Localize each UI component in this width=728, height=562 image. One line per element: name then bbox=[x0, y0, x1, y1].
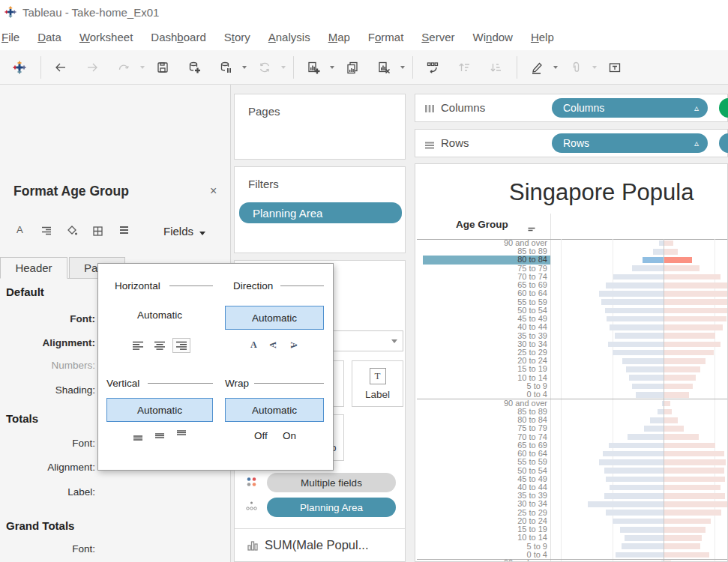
age-group-label[interactable]: 15 to 19 bbox=[415, 365, 547, 373]
font-icon[interactable]: A bbox=[16, 224, 23, 235]
dropdown-caret-icon[interactable] bbox=[592, 66, 597, 69]
female-bar[interactable] bbox=[664, 316, 727, 322]
male-bar[interactable] bbox=[613, 519, 664, 525]
color-legend-icon[interactable] bbox=[245, 476, 258, 492]
female-bar[interactable] bbox=[664, 384, 693, 390]
female-bar[interactable] bbox=[664, 366, 700, 372]
female-bar[interactable] bbox=[664, 510, 721, 516]
male-bar[interactable] bbox=[608, 342, 664, 348]
align-right-icon-selected[interactable] bbox=[172, 338, 190, 353]
male-bar[interactable] bbox=[606, 510, 664, 516]
label-button[interactable]: T Label bbox=[352, 360, 403, 407]
female-bar[interactable] bbox=[664, 443, 715, 449]
menu-window[interactable]: Window bbox=[464, 31, 522, 43]
direction-up-icon[interactable]: A bbox=[250, 339, 257, 351]
female-bar[interactable] bbox=[664, 434, 699, 440]
dropdown-caret-icon[interactable] bbox=[140, 66, 145, 69]
save-icon[interactable] bbox=[151, 54, 175, 81]
female-bar[interactable] bbox=[664, 265, 700, 271]
align-left-icon[interactable] bbox=[129, 338, 147, 353]
wrap-on-option[interactable]: On bbox=[283, 430, 296, 441]
female-bar[interactable] bbox=[664, 375, 696, 381]
female-bar[interactable] bbox=[664, 257, 692, 263]
align-center-icon[interactable] bbox=[151, 338, 169, 353]
menu-file[interactable]: File bbox=[0, 31, 28, 43]
female-bar[interactable] bbox=[664, 249, 678, 255]
swap-rows-columns-icon[interactable] bbox=[421, 54, 445, 81]
male-bar[interactable] bbox=[622, 358, 664, 364]
male-bar[interactable] bbox=[603, 451, 664, 457]
female-bar[interactable] bbox=[664, 426, 684, 432]
detail-pill-planning-area[interactable]: Planning Area bbox=[267, 498, 396, 517]
age-group-label[interactable]: 60 to 64 bbox=[415, 289, 547, 297]
age-group-label[interactable]: 30 to 34 bbox=[415, 500, 547, 508]
menu-worksheet[interactable]: Worksheet bbox=[70, 31, 142, 43]
male-bar[interactable] bbox=[610, 324, 664, 330]
menu-dashboard[interactable]: Dashboard bbox=[142, 31, 214, 43]
male-bar[interactable] bbox=[636, 392, 664, 398]
age-group-label[interactable]: 55 to 59 bbox=[415, 458, 547, 466]
male-bar[interactable] bbox=[604, 493, 664, 499]
male-bar[interactable] bbox=[622, 543, 664, 549]
direction-right-icon[interactable]: A bbox=[288, 342, 299, 348]
dropdown-caret-icon[interactable] bbox=[242, 66, 247, 69]
male-bar[interactable] bbox=[659, 241, 664, 247]
valign-top-icon[interactable] bbox=[172, 428, 190, 443]
menu-analysis[interactable]: Analysis bbox=[259, 31, 319, 43]
run-update-icon[interactable] bbox=[253, 54, 277, 81]
columns-pill-cut[interactable] bbox=[719, 98, 728, 118]
female-bar[interactable] bbox=[664, 519, 711, 525]
columns-pill[interactable]: Columns ▵ bbox=[552, 98, 708, 118]
dropdown-caret-icon[interactable] bbox=[553, 66, 558, 69]
menu-data[interactable]: Data bbox=[28, 31, 70, 43]
male-bar[interactable] bbox=[606, 477, 664, 483]
female-bar[interactable] bbox=[664, 299, 728, 305]
alignment-icon[interactable] bbox=[40, 226, 52, 236]
male-bar[interactable] bbox=[615, 333, 664, 339]
age-group-label[interactable]: 10 to 14 bbox=[415, 534, 547, 542]
female-bar[interactable] bbox=[664, 417, 678, 423]
shading-bucket-icon[interactable] bbox=[66, 225, 78, 236]
female-bar[interactable] bbox=[664, 324, 723, 330]
age-group-label[interactable]: 0 to 4 bbox=[415, 551, 547, 559]
measure-pill-sum-male-population[interactable]: SUM(Male Popul... bbox=[265, 538, 368, 552]
age-group-label[interactable]: 90 and over bbox=[415, 559, 547, 562]
menu-format[interactable]: Format bbox=[359, 31, 413, 43]
sort-descending-icon[interactable] bbox=[484, 54, 508, 81]
female-bar[interactable] bbox=[664, 282, 727, 288]
male-bar[interactable] bbox=[643, 257, 664, 263]
female-bar[interactable] bbox=[664, 493, 725, 499]
female-bar[interactable] bbox=[664, 274, 721, 280]
female-bar[interactable] bbox=[664, 477, 725, 483]
female-bar[interactable] bbox=[664, 350, 714, 356]
vertical-automatic-button[interactable]: Automatic bbox=[106, 398, 213, 422]
wrap-automatic-button[interactable]: Automatic bbox=[225, 398, 324, 422]
dropdown-caret-icon[interactable] bbox=[281, 66, 286, 69]
rows-pill-cut[interactable] bbox=[719, 133, 728, 153]
age-group-label[interactable]: 0 to 4 bbox=[415, 390, 547, 399]
female-bar[interactable] bbox=[664, 333, 715, 339]
male-bar[interactable] bbox=[626, 366, 664, 372]
male-bar[interactable] bbox=[599, 459, 664, 465]
female-bar[interactable] bbox=[664, 409, 672, 415]
male-bar[interactable] bbox=[653, 249, 664, 255]
direction-left-icon[interactable]: A bbox=[268, 342, 279, 348]
male-bar[interactable] bbox=[607, 316, 664, 322]
columns-shelf[interactable]: Columns Columns ▵ bbox=[415, 94, 728, 122]
male-bar[interactable] bbox=[658, 409, 664, 415]
detail-icon[interactable] bbox=[245, 501, 258, 515]
female-bar[interactable] bbox=[664, 552, 709, 558]
male-bar[interactable] bbox=[616, 552, 664, 558]
valign-bottom-icon[interactable] bbox=[129, 428, 147, 443]
lines-icon[interactable] bbox=[118, 226, 130, 235]
dropdown-caret-icon[interactable] bbox=[330, 66, 334, 69]
male-bar[interactable] bbox=[605, 308, 664, 314]
female-bar[interactable] bbox=[664, 501, 728, 507]
male-bar[interactable] bbox=[599, 291, 664, 297]
male-bar[interactable] bbox=[609, 443, 664, 449]
male-bar[interactable] bbox=[620, 527, 664, 533]
female-bar[interactable] bbox=[664, 358, 706, 364]
tab-header[interactable]: Header bbox=[0, 257, 67, 279]
male-bar[interactable] bbox=[588, 501, 664, 507]
menu-map[interactable]: Map bbox=[319, 31, 359, 43]
